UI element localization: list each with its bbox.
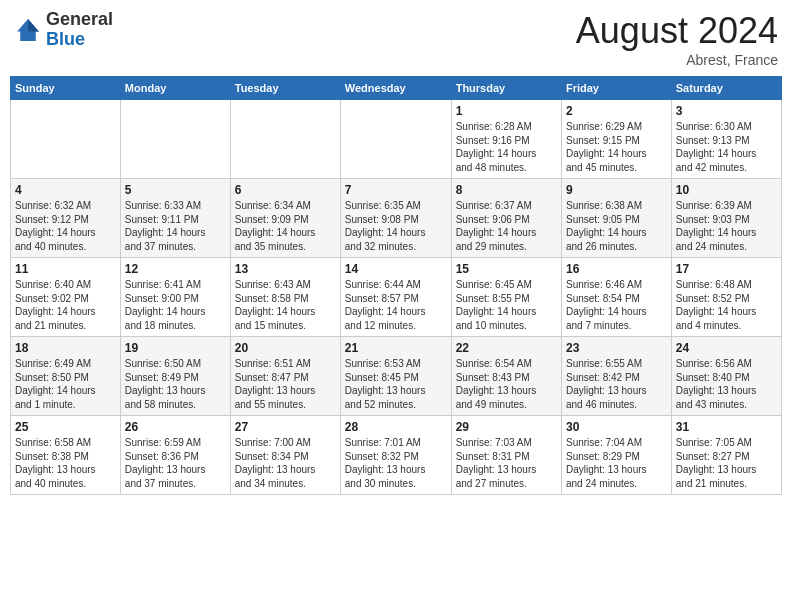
calendar-cell: 21Sunrise: 6:53 AM Sunset: 8:45 PM Dayli… <box>340 337 451 416</box>
calendar-cell: 18Sunrise: 6:49 AM Sunset: 8:50 PM Dayli… <box>11 337 121 416</box>
day-number: 26 <box>125 420 226 434</box>
day-number: 13 <box>235 262 336 276</box>
logo-icon <box>14 16 42 44</box>
week-row-2: 4Sunrise: 6:32 AM Sunset: 9:12 PM Daylig… <box>11 179 782 258</box>
day-number: 24 <box>676 341 777 355</box>
day-number: 20 <box>235 341 336 355</box>
calendar-cell: 28Sunrise: 7:01 AM Sunset: 8:32 PM Dayli… <box>340 416 451 495</box>
calendar-cell: 9Sunrise: 6:38 AM Sunset: 9:05 PM Daylig… <box>561 179 671 258</box>
day-info: Sunrise: 7:01 AM Sunset: 8:32 PM Dayligh… <box>345 436 447 490</box>
calendar-cell: 27Sunrise: 7:00 AM Sunset: 8:34 PM Dayli… <box>230 416 340 495</box>
day-number: 22 <box>456 341 557 355</box>
day-info: Sunrise: 6:45 AM Sunset: 8:55 PM Dayligh… <box>456 278 557 332</box>
calendar-cell: 20Sunrise: 6:51 AM Sunset: 8:47 PM Dayli… <box>230 337 340 416</box>
day-number: 5 <box>125 183 226 197</box>
calendar-cell: 13Sunrise: 6:43 AM Sunset: 8:58 PM Dayli… <box>230 258 340 337</box>
day-info: Sunrise: 6:51 AM Sunset: 8:47 PM Dayligh… <box>235 357 336 411</box>
day-info: Sunrise: 6:40 AM Sunset: 9:02 PM Dayligh… <box>15 278 116 332</box>
calendar-cell: 17Sunrise: 6:48 AM Sunset: 8:52 PM Dayli… <box>671 258 781 337</box>
calendar-cell: 29Sunrise: 7:03 AM Sunset: 8:31 PM Dayli… <box>451 416 561 495</box>
calendar-cell: 6Sunrise: 6:34 AM Sunset: 9:09 PM Daylig… <box>230 179 340 258</box>
calendar-cell: 25Sunrise: 6:58 AM Sunset: 8:38 PM Dayli… <box>11 416 121 495</box>
day-info: Sunrise: 6:37 AM Sunset: 9:06 PM Dayligh… <box>456 199 557 253</box>
calendar-cell: 3Sunrise: 6:30 AM Sunset: 9:13 PM Daylig… <box>671 100 781 179</box>
week-row-4: 18Sunrise: 6:49 AM Sunset: 8:50 PM Dayli… <box>11 337 782 416</box>
page-header: General Blue August 2024 Abrest, France <box>10 10 782 68</box>
day-info: Sunrise: 7:00 AM Sunset: 8:34 PM Dayligh… <box>235 436 336 490</box>
calendar-table: SundayMondayTuesdayWednesdayThursdayFrid… <box>10 76 782 495</box>
day-info: Sunrise: 6:29 AM Sunset: 9:15 PM Dayligh… <box>566 120 667 174</box>
calendar-cell <box>11 100 121 179</box>
day-number: 6 <box>235 183 336 197</box>
svg-marker-1 <box>28 19 39 31</box>
calendar-cell: 24Sunrise: 6:56 AM Sunset: 8:40 PM Dayli… <box>671 337 781 416</box>
month-year-title: August 2024 <box>576 10 778 52</box>
logo-blue-text: Blue <box>46 29 85 49</box>
calendar-cell <box>340 100 451 179</box>
calendar-cell: 12Sunrise: 6:41 AM Sunset: 9:00 PM Dayli… <box>120 258 230 337</box>
day-number: 11 <box>15 262 116 276</box>
day-number: 19 <box>125 341 226 355</box>
calendar-cell: 5Sunrise: 6:33 AM Sunset: 9:11 PM Daylig… <box>120 179 230 258</box>
calendar-cell: 7Sunrise: 6:35 AM Sunset: 9:08 PM Daylig… <box>340 179 451 258</box>
calendar-cell: 15Sunrise: 6:45 AM Sunset: 8:55 PM Dayli… <box>451 258 561 337</box>
day-info: Sunrise: 6:46 AM Sunset: 8:54 PM Dayligh… <box>566 278 667 332</box>
day-number: 21 <box>345 341 447 355</box>
calendar-body: 1Sunrise: 6:28 AM Sunset: 9:16 PM Daylig… <box>11 100 782 495</box>
calendar-cell: 4Sunrise: 6:32 AM Sunset: 9:12 PM Daylig… <box>11 179 121 258</box>
day-header-friday: Friday <box>561 77 671 100</box>
day-number: 29 <box>456 420 557 434</box>
day-number: 1 <box>456 104 557 118</box>
day-number: 2 <box>566 104 667 118</box>
title-block: August 2024 Abrest, France <box>576 10 778 68</box>
day-info: Sunrise: 6:55 AM Sunset: 8:42 PM Dayligh… <box>566 357 667 411</box>
week-row-3: 11Sunrise: 6:40 AM Sunset: 9:02 PM Dayli… <box>11 258 782 337</box>
week-row-1: 1Sunrise: 6:28 AM Sunset: 9:16 PM Daylig… <box>11 100 782 179</box>
week-row-5: 25Sunrise: 6:58 AM Sunset: 8:38 PM Dayli… <box>11 416 782 495</box>
day-info: Sunrise: 6:30 AM Sunset: 9:13 PM Dayligh… <box>676 120 777 174</box>
calendar-cell: 10Sunrise: 6:39 AM Sunset: 9:03 PM Dayli… <box>671 179 781 258</box>
day-number: 14 <box>345 262 447 276</box>
day-number: 16 <box>566 262 667 276</box>
day-info: Sunrise: 6:28 AM Sunset: 9:16 PM Dayligh… <box>456 120 557 174</box>
day-info: Sunrise: 6:49 AM Sunset: 8:50 PM Dayligh… <box>15 357 116 411</box>
day-number: 15 <box>456 262 557 276</box>
day-number: 23 <box>566 341 667 355</box>
header-row: SundayMondayTuesdayWednesdayThursdayFrid… <box>11 77 782 100</box>
calendar-cell: 2Sunrise: 6:29 AM Sunset: 9:15 PM Daylig… <box>561 100 671 179</box>
calendar-cell: 1Sunrise: 6:28 AM Sunset: 9:16 PM Daylig… <box>451 100 561 179</box>
day-info: Sunrise: 6:44 AM Sunset: 8:57 PM Dayligh… <box>345 278 447 332</box>
calendar-cell: 8Sunrise: 6:37 AM Sunset: 9:06 PM Daylig… <box>451 179 561 258</box>
day-number: 3 <box>676 104 777 118</box>
day-info: Sunrise: 6:58 AM Sunset: 8:38 PM Dayligh… <box>15 436 116 490</box>
calendar-header: SundayMondayTuesdayWednesdayThursdayFrid… <box>11 77 782 100</box>
day-info: Sunrise: 6:34 AM Sunset: 9:09 PM Dayligh… <box>235 199 336 253</box>
calendar-cell <box>230 100 340 179</box>
calendar-cell: 30Sunrise: 7:04 AM Sunset: 8:29 PM Dayli… <box>561 416 671 495</box>
day-header-saturday: Saturday <box>671 77 781 100</box>
calendar-cell: 23Sunrise: 6:55 AM Sunset: 8:42 PM Dayli… <box>561 337 671 416</box>
day-number: 25 <box>15 420 116 434</box>
day-number: 28 <box>345 420 447 434</box>
location-text: Abrest, France <box>576 52 778 68</box>
logo: General Blue <box>14 10 113 50</box>
day-number: 18 <box>15 341 116 355</box>
day-header-tuesday: Tuesday <box>230 77 340 100</box>
day-info: Sunrise: 7:03 AM Sunset: 8:31 PM Dayligh… <box>456 436 557 490</box>
day-header-wednesday: Wednesday <box>340 77 451 100</box>
day-number: 30 <box>566 420 667 434</box>
calendar-cell: 31Sunrise: 7:05 AM Sunset: 8:27 PM Dayli… <box>671 416 781 495</box>
day-header-sunday: Sunday <box>11 77 121 100</box>
day-number: 31 <box>676 420 777 434</box>
day-info: Sunrise: 6:38 AM Sunset: 9:05 PM Dayligh… <box>566 199 667 253</box>
day-info: Sunrise: 6:32 AM Sunset: 9:12 PM Dayligh… <box>15 199 116 253</box>
day-number: 10 <box>676 183 777 197</box>
day-number: 7 <box>345 183 447 197</box>
day-info: Sunrise: 6:53 AM Sunset: 8:45 PM Dayligh… <box>345 357 447 411</box>
day-info: Sunrise: 6:35 AM Sunset: 9:08 PM Dayligh… <box>345 199 447 253</box>
calendar-cell: 14Sunrise: 6:44 AM Sunset: 8:57 PM Dayli… <box>340 258 451 337</box>
day-info: Sunrise: 7:04 AM Sunset: 8:29 PM Dayligh… <box>566 436 667 490</box>
day-info: Sunrise: 6:33 AM Sunset: 9:11 PM Dayligh… <box>125 199 226 253</box>
calendar-cell: 11Sunrise: 6:40 AM Sunset: 9:02 PM Dayli… <box>11 258 121 337</box>
day-header-monday: Monday <box>120 77 230 100</box>
